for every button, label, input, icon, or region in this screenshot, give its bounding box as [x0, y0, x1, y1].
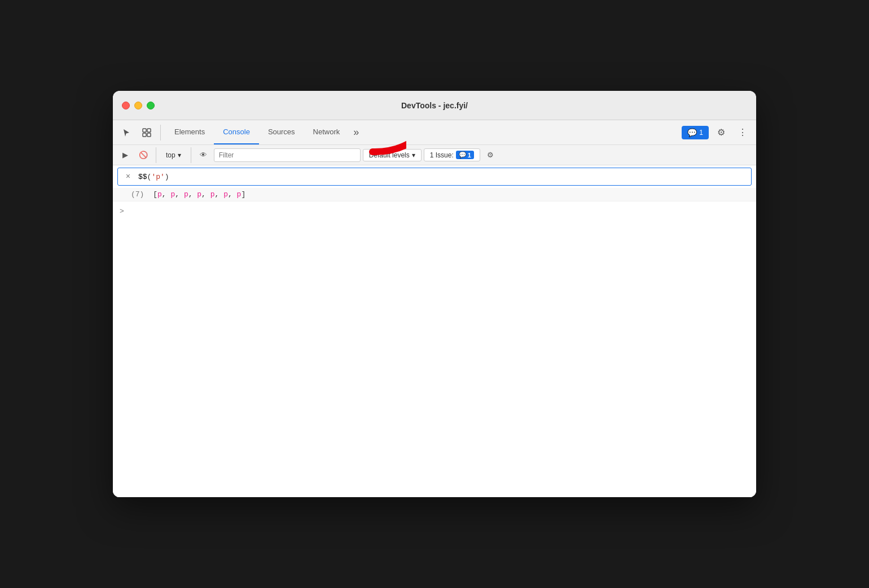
- title-bar: DevTools - jec.fyi/: [113, 91, 756, 120]
- svg-rect-1: [143, 133, 146, 137]
- tab-sources[interactable]: Sources: [259, 120, 304, 144]
- levels-dropdown-icon: ▾: [412, 151, 415, 159]
- console-func: $$: [138, 173, 147, 181]
- cursor-icon[interactable]: [117, 124, 135, 142]
- block-icon[interactable]: 🚫: [135, 147, 151, 163]
- minimize-button[interactable]: [134, 102, 142, 109]
- context-label: top: [166, 151, 175, 159]
- more-options-icon[interactable]: ⋮: [734, 124, 752, 142]
- console-result: (7) [p, p, p, p, p, p, p]: [113, 188, 756, 201]
- levels-label: Default levels: [369, 151, 410, 159]
- issues-button[interactable]: 1 Issue: 💬 1: [424, 148, 480, 161]
- console-toolbar-divider2: [191, 147, 191, 163]
- maximize-button[interactable]: [147, 102, 155, 109]
- result-count: (7): [131, 190, 144, 199]
- result-value: [p, p, p, p, p, p, p]: [153, 190, 245, 199]
- issues-bubble-icon2: 💬: [459, 151, 467, 159]
- issues-badge-button[interactable]: 💬 1: [682, 126, 709, 139]
- play-icon[interactable]: ▶: [117, 147, 133, 163]
- tab-console[interactable]: Console: [214, 120, 259, 144]
- context-dropdown-icon: ▾: [178, 151, 181, 159]
- traffic-lights: [122, 102, 155, 109]
- levels-dropdown[interactable]: Default levels ▾: [363, 149, 422, 161]
- filter-input[interactable]: [214, 148, 361, 162]
- issues-count: 1: [699, 129, 703, 137]
- more-tabs-icon[interactable]: »: [349, 126, 363, 138]
- eye-icon[interactable]: 👁: [196, 147, 212, 163]
- toolbar-right: 💬 1 ⚙ ⋮: [682, 124, 752, 142]
- tab-list: Elements Console Sources Network »: [165, 120, 679, 144]
- console-toolbar: ▶ 🚫 top ▾ 👁 Default levels ▾ 1 Issue:: [113, 145, 756, 165]
- svg-rect-3: [147, 133, 151, 137]
- prompt-caret: >: [120, 207, 124, 216]
- devtools-panel: Elements Console Sources Network » 💬 1 ⚙…: [113, 120, 756, 497]
- tab-elements[interactable]: Elements: [165, 120, 214, 144]
- issues-mini-badge: 💬 1: [456, 151, 474, 159]
- close-button[interactable]: [122, 102, 130, 109]
- top-toolbar: Elements Console Sources Network » 💬 1 ⚙…: [113, 120, 756, 145]
- svg-rect-2: [147, 129, 151, 132]
- console-input-text[interactable]: $$('p'): [138, 173, 747, 181]
- console-input-entry[interactable]: × $$('p'): [117, 168, 752, 186]
- context-selector[interactable]: top ▾: [161, 149, 186, 161]
- issues-mini-count: 1: [468, 152, 471, 159]
- console-content: × $$('p') (7) [p, p, p, p, p, p, p] >: [113, 165, 756, 497]
- toolbar-divider: [160, 125, 161, 141]
- clear-button[interactable]: ×: [122, 172, 134, 181]
- settings-icon[interactable]: ⚙: [712, 124, 730, 142]
- svg-rect-0: [143, 129, 146, 132]
- console-toolbar-divider: [156, 147, 156, 163]
- issues-bubble-icon: 💬: [687, 128, 697, 137]
- prompt-area[interactable]: >: [113, 201, 756, 222]
- inspect-icon[interactable]: [138, 124, 156, 142]
- tab-network[interactable]: Network: [304, 120, 349, 144]
- issues-text: 1 Issue:: [430, 151, 454, 159]
- console-settings-icon[interactable]: ⚙: [482, 147, 498, 163]
- window-title: DevTools - jec.fyi/: [401, 101, 468, 110]
- console-string: 'p': [151, 173, 164, 181]
